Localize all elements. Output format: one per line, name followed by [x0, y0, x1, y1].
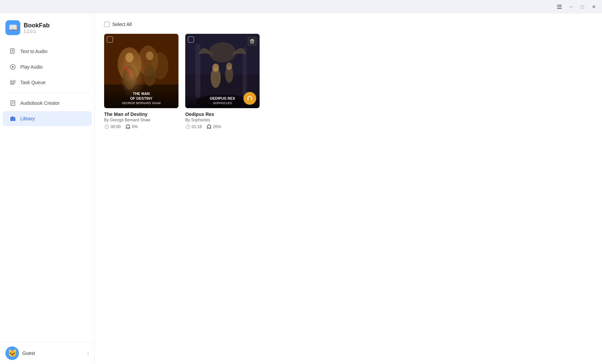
logo-area: 📖 BookFab 1.1.0.1: [0, 14, 94, 41]
nav-menu: Text to Audio Play Audio: [0, 41, 94, 342]
svg-rect-35: [250, 40, 254, 41]
svg-point-17: [118, 47, 141, 81]
svg-point-21: [123, 66, 136, 90]
title-bar: − □ ✕: [0, 0, 602, 14]
sidebar-item-audiobook-creator[interactable]: Audiobook Creator: [3, 96, 92, 111]
cover-title-line2: OF DESTINY: [107, 96, 175, 101]
svg-rect-7: [10, 82, 15, 83]
svg-point-22: [144, 66, 156, 86]
book-icon: [9, 100, 16, 106]
app-name: BookFab: [24, 22, 50, 29]
sidebar: 📖 BookFab 1.1.0.1 Text to Audio: [0, 14, 95, 364]
book-duration-value: 00:00: [111, 124, 121, 129]
window-controls: − □ ✕: [554, 2, 599, 11]
svg-point-33: [226, 63, 232, 70]
app-body: 📖 BookFab 1.1.0.1 Text to Audio: [0, 14, 602, 364]
cover-title-line1: THE MAN: [107, 91, 175, 96]
book-delete-button-oedipus-rex[interactable]: [247, 37, 257, 46]
book-play-button-oedipus-rex[interactable]: [243, 92, 256, 105]
sidebar-item-text-to-audio-label: Text to Audio: [20, 49, 47, 54]
book-meta-man-of-destiny: 🕐 00:00 🎧 0%: [104, 124, 178, 129]
clock-icon-2: 🕐: [185, 124, 190, 129]
queue-icon: [9, 79, 16, 86]
book-duration-man-of-destiny: 🕐 00:00: [104, 124, 121, 129]
sidebar-item-text-to-audio[interactable]: Text to Audio: [3, 44, 92, 59]
sidebar-item-library[interactable]: Library: [3, 111, 92, 126]
play-circle-icon: [9, 64, 16, 70]
svg-rect-15: [14, 117, 15, 121]
doc-icon: [9, 48, 16, 55]
hamburger-button[interactable]: [554, 2, 565, 11]
app-logo-icon: 📖: [5, 20, 20, 35]
hamburger-icon: [557, 5, 562, 9]
book-checkbox-man-of-destiny[interactable]: [107, 37, 113, 43]
cover-author: GEORGE BERNARD SHAW: [107, 101, 175, 105]
svg-rect-36: [251, 39, 253, 40]
book-card-man-of-destiny[interactable]: THE MAN OF DESTINY GEORGE BERNARD SHAW T…: [104, 34, 178, 129]
books-grid: THE MAN OF DESTINY GEORGE BERNARD SHAW T…: [104, 34, 593, 129]
clock-icon: 🕐: [104, 124, 109, 129]
select-all-row: Select All: [104, 22, 593, 27]
app-version: 1.1.0.1: [24, 29, 50, 34]
svg-rect-8: [10, 84, 14, 84]
sidebar-item-play-audio[interactable]: Play Audio: [3, 59, 92, 74]
book-progress-value-2: 26%: [213, 124, 221, 129]
sidebar-item-task-queue-label: Task Queue: [20, 80, 46, 85]
svg-rect-14: [12, 116, 14, 121]
headphones-icon: 🎧: [125, 124, 130, 129]
book-cover-wrapper-man-of-destiny: THE MAN OF DESTINY GEORGE BERNARD SHAW: [104, 34, 178, 108]
library-icon: [9, 115, 16, 122]
headphones-icon-2: 🎧: [207, 124, 212, 129]
book-meta-oedipus-rex: 🕐 01:18 🎧 26%: [185, 124, 260, 129]
svg-rect-28: [243, 47, 247, 98]
user-chevron-icon: ›: [87, 350, 89, 356]
sidebar-item-task-queue[interactable]: Task Queue: [3, 75, 92, 90]
svg-point-23: [125, 53, 134, 62]
main-content: Select All: [95, 14, 602, 364]
book-title-oedipus-rex: Oedipus Rex: [185, 112, 260, 117]
user-avatar: 🐱: [5, 346, 19, 360]
book-card-oedipus-rex[interactable]: OEDIPUS REX SOPHOCLES: [185, 34, 260, 129]
sidebar-item-play-audio-label: Play Audio: [20, 64, 43, 70]
book-author-man-of-destiny: By George Bernard Shaw: [104, 118, 178, 122]
user-avatar-emoji: 🐱: [8, 349, 17, 358]
user-area[interactable]: 🐱 Guest ›: [0, 342, 94, 364]
svg-point-29: [209, 42, 236, 63]
book-duration-value-2: 01:18: [192, 124, 202, 129]
book-progress-value: 0%: [132, 124, 138, 129]
svg-rect-39: [247, 98, 248, 100]
logo-text: BookFab 1.1.0.1: [24, 22, 50, 34]
close-button[interactable]: ✕: [588, 2, 599, 11]
book-cover-wrapper-oedipus-rex: OEDIPUS REX SOPHOCLES: [185, 34, 260, 108]
svg-point-32: [212, 64, 219, 72]
book-progress-man-of-destiny: 🎧 0%: [125, 124, 138, 129]
book-progress-oedipus-rex: 🎧 26%: [207, 124, 221, 129]
svg-rect-40: [251, 98, 252, 100]
trash-icon: [250, 39, 255, 44]
book-duration-oedipus-rex: 🕐 01:18: [185, 124, 202, 129]
user-name: Guest: [22, 350, 84, 356]
book-title-man-of-destiny: The Man of Destiny: [104, 112, 178, 117]
svg-rect-6: [10, 80, 15, 81]
sidebar-item-library-label: Library: [20, 116, 35, 121]
book-checkbox-oedipus-rex[interactable]: [188, 37, 194, 43]
svg-rect-13: [10, 117, 12, 121]
select-all-label: Select All: [112, 22, 132, 27]
maximize-button[interactable]: □: [577, 2, 588, 11]
select-all-checkbox[interactable]: [104, 22, 110, 27]
book-cover-overlay-man-of-destiny: THE MAN OF DESTINY GEORGE BERNARD SHAW: [104, 89, 178, 108]
svg-point-24: [146, 51, 153, 60]
nav-divider: [5, 93, 89, 93]
headphones-play-icon: [247, 95, 253, 101]
svg-marker-5: [12, 66, 14, 68]
sidebar-item-audiobook-creator-label: Audiobook Creator: [20, 100, 60, 106]
book-author-oedipus-rex: By Sophocles: [185, 118, 260, 122]
minimize-button[interactable]: −: [565, 2, 576, 11]
